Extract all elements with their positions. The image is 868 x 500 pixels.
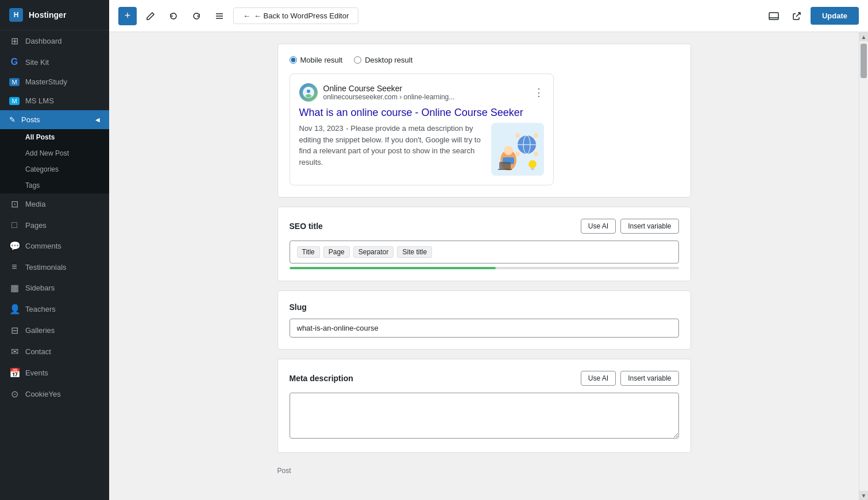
sidebar-item-site-kit[interactable]: G Site Kit (0, 52, 109, 72)
desktop-result-radio[interactable] (354, 56, 361, 64)
svg-point-6 (307, 90, 310, 93)
preview-section: Mobile result Desktop result (277, 44, 691, 197)
sidebar-item-events[interactable]: 📅 Events (0, 362, 109, 383)
sidebar-item-testimonials[interactable]: ≡ Testimonials (0, 257, 109, 277)
sidebar-item-posts[interactable]: ✎ Posts ◀ (0, 110, 109, 129)
seo-tag-page[interactable]: Page (323, 246, 350, 258)
result-type-tabs: Mobile result Desktop result (290, 56, 679, 64)
events-icon: 📅 (9, 367, 20, 378)
sidebar-item-label: Site Kit (25, 58, 49, 67)
sidebar-item-label: Posts (21, 115, 40, 124)
sidebar-item-pages[interactable]: □ Pages (0, 215, 109, 235)
contact-icon: ✉ (9, 346, 20, 357)
svg-point-17 (515, 152, 520, 156)
edit-button[interactable] (141, 7, 160, 25)
meta-desc-btn-group: Use AI Insert variable (581, 371, 679, 386)
seo-title-header: SEO title Use AI Insert variable (290, 219, 679, 234)
seo-title-use-ai-button[interactable]: Use AI (581, 219, 616, 234)
meta-desc-insert-variable-button[interactable]: Insert variable (620, 371, 678, 386)
list-view-button[interactable] (210, 7, 229, 25)
svg-rect-19 (499, 162, 511, 169)
add-block-button[interactable]: + (118, 7, 137, 25)
mobile-result-radio[interactable] (290, 56, 297, 64)
teachers-icon: 👤 (9, 304, 20, 315)
scroll-thumb[interactable] (861, 44, 867, 78)
google-preview-card: Online Course Seeker onlinecourseseeker.… (290, 73, 554, 185)
meta-description-header: Meta description Use AI Insert variable (290, 371, 679, 386)
sidebar-item-ms-lms[interactable]: M MS LMS (0, 91, 109, 110)
sidebar-item-masterstudy[interactable]: M MasterStudy (0, 72, 109, 91)
site-kit-icon: G (9, 57, 20, 67)
seo-title-label: SEO title (290, 222, 323, 231)
sidebar-item-cookieyes[interactable]: ⊙ CookieYes (0, 383, 109, 405)
back-to-editor-button[interactable]: ← ← Back to WordPress Editor (233, 7, 358, 24)
post-label: Post (277, 462, 691, 479)
posts-arrow-icon: ◀ (95, 117, 100, 123)
sidebar-item-contact[interactable]: ✉ Contact (0, 341, 109, 362)
galleries-icon: ⊟ (9, 325, 20, 336)
slug-input[interactable] (290, 319, 679, 338)
seo-title-insert-variable-button[interactable]: Insert variable (620, 219, 678, 234)
external-link-button[interactable] (788, 7, 806, 25)
sidebar-item-media[interactable]: ⊡ Media (0, 193, 109, 215)
preview-button[interactable] (765, 7, 783, 25)
svg-rect-20 (498, 169, 512, 170)
sidebar-item-label: Comments (25, 242, 61, 250)
sidebar-item-comments[interactable]: 💬 Comments (0, 235, 109, 257)
meta-description-section: Meta description Use AI Insert variable (277, 359, 691, 453)
posts-icon: ✎ (9, 115, 16, 124)
svg-point-15 (515, 133, 520, 138)
scroll-up-button[interactable]: ▲ (859, 32, 868, 41)
svg-rect-8 (491, 123, 544, 176)
sidebar-item-sidebars[interactable]: ▦ Sidebars (0, 277, 109, 299)
scroll-down-button[interactable]: ▼ (859, 491, 868, 500)
gp-title[interactable]: What is an online course - Online Course… (299, 106, 544, 119)
seo-tag-title[interactable]: Title (297, 246, 320, 258)
seo-title-input[interactable]: Title Page Separator Site title (290, 241, 679, 263)
svg-point-18 (534, 152, 538, 156)
scroll-track[interactable] (859, 41, 868, 491)
submenu-tags[interactable]: Tags (0, 177, 109, 193)
sidebar-item-label: Dashboard (25, 37, 62, 45)
seo-title-btn-group: Use AI Insert variable (581, 219, 679, 234)
sidebar-item-label: Contact (25, 347, 51, 356)
undo-button[interactable] (164, 7, 183, 25)
gp-body: Nov 13, 2023 - Please provide a meta des… (299, 123, 544, 176)
submenu-all-posts[interactable]: All Posts (0, 129, 109, 145)
svg-point-7 (306, 94, 311, 98)
gp-site-url: onlinecourseseeker.com › online-learning… (323, 93, 528, 101)
seo-tag-site-title[interactable]: Site title (397, 246, 432, 258)
cookieyes-icon: ⊙ (9, 389, 20, 400)
sidebar-item-label: Sidebars (25, 284, 55, 292)
meta-desc-use-ai-button[interactable]: Use AI (581, 371, 616, 386)
redo-button[interactable] (187, 7, 206, 25)
mobile-result-tab[interactable]: Mobile result (290, 56, 343, 64)
svg-rect-22 (531, 168, 534, 170)
submenu-add-new-post[interactable]: Add New Post (0, 145, 109, 161)
svg-point-10 (504, 146, 513, 155)
content-area: Mobile result Desktop result (109, 32, 868, 500)
update-button[interactable]: Update (811, 7, 859, 25)
sidebar-item-label: Galleries (25, 326, 55, 335)
top-toolbar: + ← ← Back to WordPress Editor Update (109, 0, 868, 32)
meta-description-label: Meta description (290, 374, 353, 383)
sidebar-item-label: MS LMS (25, 96, 54, 105)
sidebar-item-galleries[interactable]: ⊟ Galleries (0, 320, 109, 341)
sidebar-logo[interactable]: H Hostinger (0, 0, 109, 30)
submenu-categories[interactable]: Categories (0, 161, 109, 177)
svg-rect-3 (769, 13, 778, 20)
right-scrollbar[interactable]: ▲ ▼ (859, 32, 868, 500)
sidebar-item-label: Teachers (25, 305, 56, 313)
gp-site-info: Online Course Seeker onlinecourseseeker.… (323, 84, 528, 101)
sidebar-item-teachers[interactable]: 👤 Teachers (0, 299, 109, 320)
hostinger-icon: H (9, 8, 23, 22)
gp-site-name: Online Course Seeker (323, 84, 528, 93)
seo-tag-separator[interactable]: Separator (353, 246, 394, 258)
desktop-result-tab[interactable]: Desktop result (354, 56, 412, 64)
gp-logo-icon (299, 83, 318, 102)
seo-title-section: SEO title Use AI Insert variable Title P… (277, 207, 691, 281)
gp-more-options-button[interactable]: ⋮ (534, 86, 544, 99)
editor-panel[interactable]: Mobile result Desktop result (109, 32, 859, 500)
sidebar-item-dashboard[interactable]: ⊞ Dashboard (0, 30, 109, 52)
meta-description-textarea[interactable] (290, 393, 679, 439)
